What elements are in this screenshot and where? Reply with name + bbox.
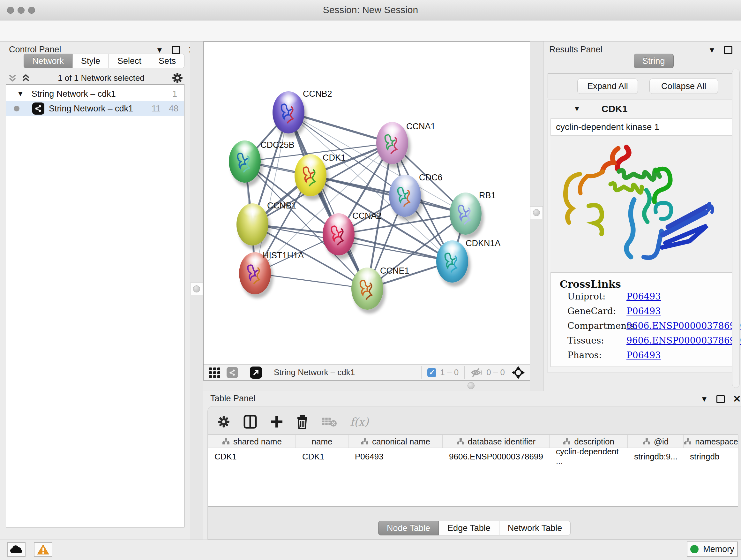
table-cell[interactable]: P06493	[348, 450, 443, 463]
column-header--id[interactable]: @id	[628, 435, 684, 448]
crosslink-value-link[interactable]: 9606.ENSP00000378699	[626, 335, 741, 346]
column-header-name[interactable]: name	[296, 435, 348, 448]
table-panel-collapse-icon[interactable]: ▼	[700, 395, 708, 403]
network-node-cdc6[interactable]	[389, 175, 421, 217]
selected-checkbox-icon[interactable]: ✓	[427, 368, 436, 377]
control-panel-title: Control Panel	[9, 45, 61, 55]
network-collection-row[interactable]: ▼ String Network – cdk1 1	[6, 86, 184, 101]
network-selected-status: 1 of 1 Network selected	[30, 73, 172, 83]
crosslink-row: GeneCard:P06493	[567, 306, 727, 316]
open-in-window-icon[interactable]	[250, 367, 262, 379]
column-header-namespace[interactable]: namespace	[684, 435, 738, 448]
table-cell[interactable]: stringdb	[684, 450, 738, 463]
column-header-shared-name[interactable]: shared name	[208, 435, 296, 448]
network-node-rb1[interactable]	[450, 192, 482, 235]
network-edge[interactable]	[255, 273, 367, 289]
table-cell[interactable]: cyclin-dependent ...	[549, 450, 628, 463]
birds-eye-view-icon[interactable]	[209, 367, 221, 378]
crosslink-value-link[interactable]: P06493	[626, 350, 661, 361]
add-column-icon[interactable]	[270, 415, 283, 428]
protein-cartoon-icon	[278, 101, 299, 125]
table-cell[interactable]: CDK1	[296, 450, 348, 463]
crosslink-row: Tissues:9606.ENSP00000378699	[567, 335, 727, 346]
network-view-title: String Network – cdk1	[274, 368, 355, 377]
network-edge[interactable]	[288, 112, 367, 289]
table-cell[interactable]: CDK1	[208, 450, 296, 463]
left-splitter[interactable]	[190, 42, 203, 540]
table-gear-icon[interactable]	[217, 415, 230, 428]
crosslink-value-link[interactable]: P06493	[626, 306, 661, 316]
crosslinks-section: CrossLinks Uniprot:P06493GeneCard:P06493…	[550, 272, 733, 367]
select-columns-icon[interactable]	[244, 415, 257, 429]
node-label-rb1: RB1	[479, 191, 496, 200]
tab-network[interactable]: Network	[23, 54, 72, 68]
shared-column-icon	[456, 438, 465, 445]
network-node-ccne1[interactable]	[351, 267, 383, 310]
tab-style[interactable]: Style	[72, 54, 109, 68]
delete-table-icon	[321, 416, 337, 427]
collapse-all-button[interactable]: Collapse All	[650, 78, 718, 94]
collection-expand-triangle[interactable]: ▼	[17, 90, 24, 98]
network-node-ccna2[interactable]	[323, 213, 354, 255]
network-node-ccna1[interactable]	[376, 122, 408, 164]
crosslink-value-link[interactable]: P06493	[626, 291, 661, 302]
network-node-ccnb2[interactable]	[273, 91, 305, 133]
protein-cartoon-icon	[455, 202, 476, 226]
table-panel-close-icon[interactable]: ✕	[733, 394, 741, 404]
node-highlight	[243, 206, 262, 217]
column-header-description[interactable]: description	[549, 435, 628, 448]
results-panel-collapse-icon[interactable]: ▼	[708, 46, 716, 54]
node-label-ccna2: CCNA2	[352, 211, 382, 221]
table-cell[interactable]: 9606.ENSP00000378699	[443, 450, 549, 463]
right-splitter[interactable]	[530, 42, 543, 391]
column-header-label: canonical name	[372, 437, 430, 447]
network-row[interactable]: String Network – cdk1 11 48	[6, 101, 184, 116]
network-node-cdkn1a[interactable]	[436, 240, 468, 283]
protein-cartoon-icon	[442, 250, 462, 274]
string-panel-icon[interactable]	[226, 367, 238, 378]
title-bar: Session: New Session	[0, 0, 741, 20]
tab-network-table[interactable]: Network Table	[499, 521, 571, 536]
splitter-handle-dot[interactable]	[193, 286, 200, 293]
tab-string[interactable]: String	[634, 54, 674, 68]
memory-label: Memory	[703, 544, 734, 554]
network-edge[interactable]	[255, 112, 288, 273]
table-cell[interactable]: stringdb:9...	[628, 450, 684, 463]
fit-content-crosshair-icon[interactable]	[511, 366, 525, 380]
tab-sets[interactable]: Sets	[150, 54, 185, 68]
results-scrollbar[interactable]	[732, 69, 740, 388]
network-edge-count: 48	[169, 104, 179, 114]
table-panel-float-icon[interactable]	[717, 395, 725, 403]
expand-all-button[interactable]: Expand All	[577, 78, 638, 94]
network-node-cdk1[interactable]	[294, 154, 327, 196]
network-canvas[interactable]: CCNB2CCNA1CDC25BCDK1CDC6RB1CCNB1CCNA2CDK…	[204, 42, 530, 364]
control-panel-collapse-icon[interactable]: ▼	[156, 46, 163, 54]
control-panel-float-icon[interactable]	[172, 46, 180, 54]
gene-name: CDK1	[602, 104, 628, 114]
tab-node-table[interactable]: Node Table	[378, 521, 439, 536]
crosslink-value-link[interactable]: 9606.ENSP00000378699	[626, 320, 741, 331]
splitter-handle-dot[interactable]	[468, 382, 475, 389]
network-node-cdc25b[interactable]	[229, 140, 261, 183]
node-table-grid[interactable]: shared namenamecanonical namedatabase id…	[208, 435, 738, 507]
crosslink-row: Pharos:P06493	[567, 350, 727, 361]
splitter-handle-dot[interactable]	[533, 209, 540, 216]
gear-icon[interactable]	[172, 72, 183, 84]
memory-button[interactable]: Memory	[687, 542, 738, 557]
crosslink-label: GeneCard:	[567, 306, 616, 316]
tab-edge-table[interactable]: Edge Table	[439, 521, 499, 536]
network-node-ccnb1[interactable]	[237, 203, 268, 246]
status-bar: Memory	[0, 540, 741, 560]
results-panel-float-icon[interactable]	[724, 46, 732, 54]
gene-collapse-triangle[interactable]: ▼	[574, 105, 581, 113]
column-header-database-identifier[interactable]: database identifier	[443, 435, 549, 448]
crosslink-label: Pharos:	[567, 350, 602, 361]
column-header-canonical-name[interactable]: canonical name	[348, 435, 443, 448]
delete-column-icon[interactable]	[296, 415, 308, 429]
expand-all-chevrons-icon[interactable]	[21, 73, 30, 83]
collapse-all-chevrons-icon[interactable]	[8, 73, 17, 83]
tab-select[interactable]: Select	[109, 54, 150, 68]
warning-status-button[interactable]	[34, 542, 52, 557]
cloud-status-button[interactable]	[7, 542, 25, 557]
horizontal-splitter[interactable]	[203, 381, 530, 391]
